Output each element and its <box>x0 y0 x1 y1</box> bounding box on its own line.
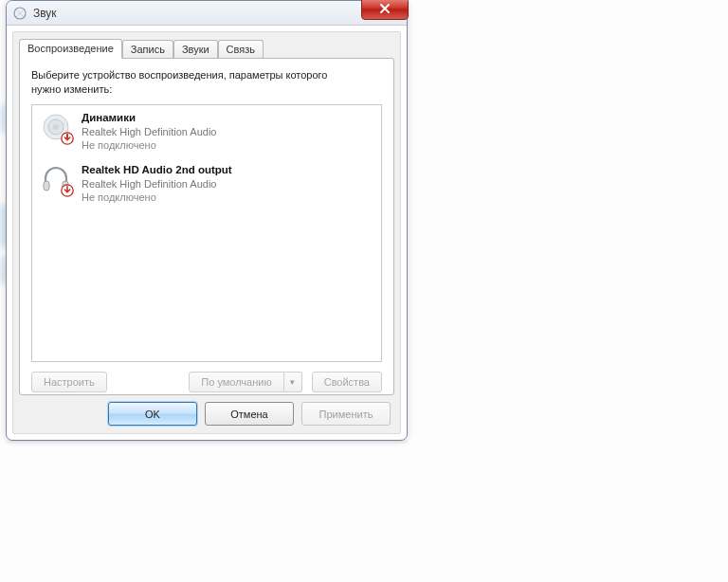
device-driver: Realtek High Definition Audio <box>82 177 232 191</box>
disconnected-overlay-icon <box>61 184 74 197</box>
device-text: Realtek HD Audio 2nd output Realtek High… <box>82 163 232 205</box>
set-default-dropdown[interactable]: ▾ <box>284 372 302 392</box>
dialog-button-row: OK Отмена Применить <box>108 402 391 426</box>
window-title: Звук <box>33 7 57 20</box>
device-item-headphones[interactable]: Realtek HD Audio 2nd output Realtek High… <box>32 157 381 210</box>
tab-page-playback: Выберите устройство воспроизведения, пар… <box>19 58 394 395</box>
disconnected-overlay-icon <box>61 132 74 145</box>
device-driver: Realtek High Definition Audio <box>82 125 216 138</box>
close-button[interactable] <box>361 0 409 20</box>
tab-strip: Воспроизведение Запись Звуки Связь <box>13 32 400 58</box>
device-status: Не подключено <box>82 138 216 152</box>
device-status: Не подключено <box>82 191 232 204</box>
headphones-icon <box>40 163 72 195</box>
close-icon <box>379 3 391 14</box>
svg-rect-6 <box>44 181 49 191</box>
chevron-down-icon: ▾ <box>290 377 295 387</box>
spacer <box>117 372 180 392</box>
titlebar[interactable]: Звук <box>7 1 407 26</box>
device-item-speakers[interactable]: Динамики Realtek High Definition Audio Н… <box>32 105 381 158</box>
device-name: Динамики <box>82 111 216 125</box>
properties-button[interactable]: Свойства <box>312 372 382 392</box>
apply-button[interactable]: Применить <box>301 402 391 426</box>
sound-dialog: Звук Воспроизведение Запись Звуки Связь … <box>6 0 408 441</box>
configure-button[interactable]: Настроить <box>31 372 107 392</box>
cancel-button[interactable]: Отмена <box>205 402 294 426</box>
set-default-button[interactable]: По умолчанию <box>189 372 283 392</box>
tab-playback[interactable]: Воспроизведение <box>19 39 122 59</box>
tab-communications[interactable]: Связь <box>218 40 264 59</box>
instruction-text: Выберите устройство воспроизведения, пар… <box>31 68 382 97</box>
client-area: Воспроизведение Запись Звуки Связь Выбер… <box>12 31 401 434</box>
device-name: Realtek HD Audio 2nd output <box>82 163 232 177</box>
device-list[interactable]: Динамики Realtek High Definition Audio Н… <box>31 104 382 362</box>
tab-sounds[interactable]: Звуки <box>173 40 218 59</box>
sound-app-icon <box>12 6 27 21</box>
instruction-line: нужно изменить: <box>31 83 112 95</box>
device-text: Динамики Realtek High Definition Audio Н… <box>82 111 216 153</box>
svg-point-3 <box>53 124 59 130</box>
set-default-split: По умолчанию ▾ <box>189 372 301 392</box>
ok-button[interactable]: OK <box>108 402 197 426</box>
instruction-line: Выберите устройство воспроизведения, пар… <box>31 69 327 81</box>
speaker-icon <box>40 111 72 143</box>
device-action-row: Настроить По умолчанию ▾ Свойства <box>31 372 382 392</box>
tab-recording[interactable]: Запись <box>122 40 173 59</box>
